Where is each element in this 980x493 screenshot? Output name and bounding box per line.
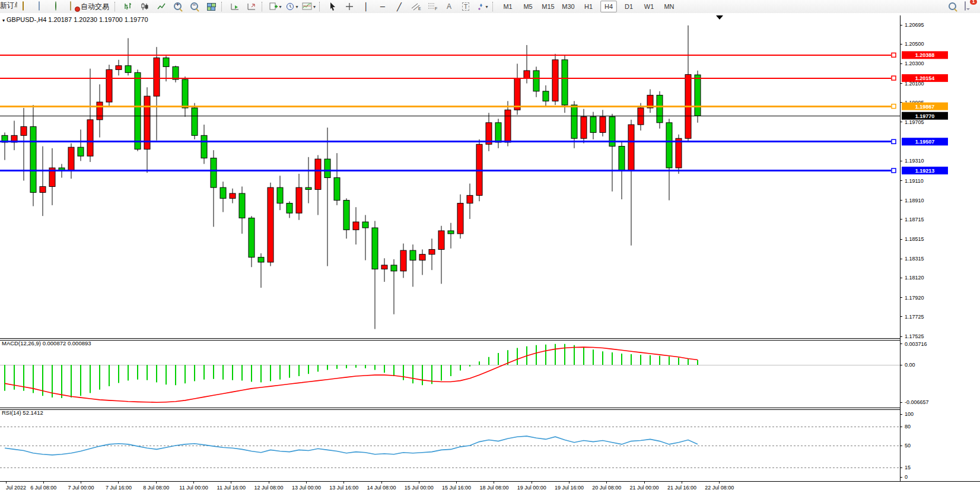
price-tick-label: 1.17525 [905, 333, 924, 339]
candle-body [571, 105, 577, 138]
candle-body [296, 187, 302, 213]
new-order-label: 新订单 [0, 1, 18, 9]
candle-body [400, 250, 406, 271]
chat-notification-icon[interactable]: 1 [965, 2, 974, 11]
broadcast-icon[interactable] [51, 0, 68, 13]
price-tick-label: 1.17920 [905, 295, 924, 301]
horizontal-line-tool-button[interactable]: ─ [374, 0, 391, 13]
price-tick-label: 1.18515 [905, 236, 924, 242]
seal-icon[interactable] [18, 0, 34, 13]
candle-body [448, 231, 454, 234]
candle-body [581, 117, 587, 138]
price-tick-label: 1.19110 [905, 178, 924, 184]
rsi-tick-label: 0 [905, 474, 908, 480]
text-label-tool-button[interactable]: A [441, 0, 457, 13]
candle-body [467, 195, 473, 203]
price-chart-canvas[interactable]: 1.206951.205001.203001.201001.199051.197… [0, 13, 980, 493]
timeframe-button-mn[interactable]: MN [661, 1, 677, 12]
price-tick-label: 1.18910 [905, 198, 924, 203]
candle-body [182, 79, 188, 108]
symbol-ohlc-text: GBPUSD-,H4 1.20187 1.20230 1.19700 1.197… [7, 16, 148, 23]
chart-marker-triangle [716, 15, 723, 20]
timeframe-button-d1[interactable]: D1 [621, 1, 637, 12]
symbol-dropdown-icon[interactable]: ▾ [2, 18, 5, 23]
time-tick-label: 11 Jul 16:00 [217, 485, 246, 491]
price-tick-label: 1.17725 [905, 314, 924, 320]
search-icon[interactable] [948, 2, 957, 11]
candle-body [429, 249, 435, 254]
timeframe-button-h4[interactable]: H4 [600, 1, 617, 12]
tile-windows-button[interactable] [203, 0, 219, 13]
time-tick-label: 13 Jul 00:00 [292, 485, 321, 491]
candlestick-chart-button[interactable] [136, 0, 153, 13]
candle-body [619, 147, 625, 171]
timeframe-button-m30[interactable]: M30 [560, 1, 577, 12]
line-end-marker[interactable] [892, 104, 896, 109]
candle-body [324, 159, 330, 177]
candle-body [239, 193, 245, 218]
auto-scroll-button[interactable] [227, 0, 243, 13]
line-end-marker[interactable] [892, 53, 896, 57]
price-tick-label: 1.20300 [905, 61, 924, 66]
new-chart-button[interactable]: ▾ [267, 0, 284, 13]
crosshair-tool-button[interactable] [341, 0, 358, 13]
line-end-marker[interactable] [892, 139, 896, 144]
candle-body [192, 108, 198, 135]
time-tick-label: 20 Jul 08:00 [592, 485, 621, 491]
auto-trading-button[interactable]: 自动交易 [68, 0, 113, 13]
zoom-in-button[interactable]: + [170, 0, 186, 13]
timeframe-button-w1[interactable]: W1 [641, 1, 657, 12]
candle-body [30, 126, 36, 192]
shapes-dropdown-icon[interactable]: ▾ [486, 4, 488, 9]
candle-body [666, 123, 672, 168]
candle-body [334, 178, 340, 201]
price-axis[interactable]: 1.206951.205001.203001.201001.199051.197… [900, 22, 924, 339]
candle-body [495, 123, 501, 142]
period-dropdown-icon[interactable]: ▾ [295, 4, 298, 9]
new-order-button[interactable]: 新订单 [0, 0, 18, 13]
shapes-tool-button[interactable]: ▾ [474, 0, 491, 13]
line-end-marker[interactable] [892, 76, 896, 80]
time-tick-label: 22 Jul 08:00 [705, 485, 734, 491]
line-end-marker[interactable] [892, 168, 896, 173]
toolbar-separator [221, 2, 225, 11]
time-tick-label: 21 Jul 00:00 [630, 485, 659, 491]
candle-body [562, 60, 568, 105]
period-clock-button[interactable]: ▾ [284, 0, 300, 13]
candle-body [249, 218, 254, 257]
price-badge-label: 1.19213 [915, 168, 935, 174]
timeframe-button-h1[interactable]: H1 [580, 1, 597, 12]
new-chart-dropdown-icon[interactable]: ▾ [279, 4, 281, 9]
time-axis[interactable]: Jul 20226 Jul 08:007 Jul 00:007 Jul 16:0… [6, 481, 734, 491]
indicators-dropdown-icon[interactable]: ▾ [313, 4, 316, 9]
timeframe-button-m15[interactable]: M15 [540, 1, 556, 12]
candle-body [533, 71, 539, 91]
chart-shift-button[interactable] [243, 0, 260, 13]
zoom-out-button[interactable]: − [186, 0, 203, 13]
time-tick-label: 12 Jul 08:00 [254, 485, 284, 491]
rsi-line [5, 436, 698, 455]
price-tick-label: 1.19705 [905, 119, 924, 125]
depth-of-market-icon[interactable] [34, 0, 51, 13]
macd-pane: 0.0037160.00-0.006657MACD(12,26,9) 0.000… [0, 340, 929, 405]
fibonacci-tool-button[interactable]: F [424, 0, 441, 13]
candle-body [362, 222, 368, 228]
text-box-tool-button[interactable]: T [457, 0, 474, 13]
timeframe-button-m5[interactable]: M5 [520, 1, 536, 12]
vertical-line-tool-button[interactable]: │ [358, 0, 374, 13]
channel-tool-button[interactable]: E [408, 0, 424, 13]
candle-body [552, 60, 558, 101]
indicators-button[interactable]: ▾ [300, 0, 317, 13]
rsi-label: RSI(14) 52.1412 [2, 409, 43, 416]
toolbar-separator [319, 2, 323, 11]
candle-body [106, 69, 112, 102]
toolbar-separator [492, 2, 496, 11]
cursor-tool-button[interactable] [324, 0, 341, 13]
trendline-tool-button[interactable]: ╱ [391, 0, 408, 13]
time-tick-label: 19 Jul 16:00 [555, 485, 584, 491]
candle-body [638, 108, 644, 125]
bar-chart-button[interactable] [120, 0, 136, 13]
line-chart-button[interactable] [153, 0, 170, 13]
timeframe-button-m1[interactable]: M1 [499, 1, 516, 12]
candle-body [419, 255, 425, 260]
